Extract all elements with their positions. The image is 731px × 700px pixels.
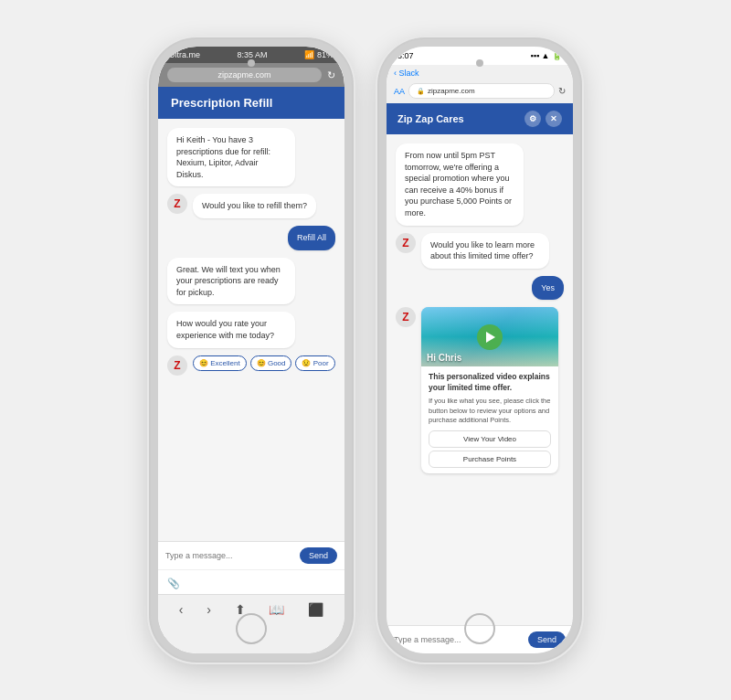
message-row-5: How would you rate your experience with … bbox=[167, 312, 335, 347]
offer-msg-row: Z Would you like to learn more about thi… bbox=[396, 233, 564, 269]
send-button-2[interactable]: Send bbox=[528, 631, 566, 648]
chat-header-2: Zip Zap Cares ⚙ ✕ bbox=[387, 103, 573, 134]
input-bar-2: Send bbox=[387, 625, 573, 653]
aa-label[interactable]: AA bbox=[394, 87, 405, 96]
view-video-btn[interactable]: View Your Video bbox=[429, 430, 551, 448]
phone1: Ultra.me 8:35 AM 📶 81% zipzapme.com ↻ Pr… bbox=[151, 39, 352, 661]
url-field-1[interactable]: zipzapme.com bbox=[167, 68, 322, 82]
svg-text:Z: Z bbox=[174, 197, 180, 210]
bottom-nav-1: ‹ › ⬆ 📖 ⬛ bbox=[158, 594, 344, 653]
excellent-btn[interactable]: 😊 Excellent bbox=[193, 355, 247, 371]
play-button[interactable] bbox=[477, 324, 503, 350]
send-button-1[interactable]: Send bbox=[300, 547, 337, 564]
forward-nav-btn[interactable]: › bbox=[207, 602, 211, 617]
bubble-5: How would you rate your experience with … bbox=[167, 312, 295, 347]
attachment-bar: 📎 bbox=[158, 569, 344, 594]
url-bar-2b: AA 🔒 zipzapme.com ↻ bbox=[387, 81, 573, 103]
refresh-icon-2[interactable]: ↻ bbox=[558, 86, 566, 96]
bot-avatar-3: Z bbox=[396, 233, 416, 253]
back-nav-btn[interactable]: ‹ bbox=[179, 602, 184, 617]
bubble-2: Would you like to refill them? bbox=[193, 194, 316, 218]
attachment-icon[interactable]: 📎 bbox=[167, 578, 180, 589]
refill-btn[interactable]: Refill All bbox=[288, 226, 335, 250]
promo-bubble: From now until 5pm PST tomorrow, we're o… bbox=[396, 143, 524, 226]
video-card: Hi Chris This personalized video explain… bbox=[421, 307, 558, 472]
status-icons: 📶 81% bbox=[304, 50, 334, 59]
video-card-title: This personalized video explains your li… bbox=[429, 372, 551, 394]
signal-icons-2: ▪▪▪ ▲ 🔋 bbox=[531, 51, 562, 60]
input-bar-1: Send bbox=[158, 541, 344, 569]
yes-msg-row: Yes bbox=[396, 276, 564, 301]
chat-header-1: Prescription Refill bbox=[158, 87, 344, 119]
header-icon-group: ⚙ ✕ bbox=[524, 111, 562, 127]
bot-avatar-1: Z bbox=[167, 194, 187, 214]
poor-btn[interactable]: 😟 Poor bbox=[295, 355, 334, 371]
url-bar-1: zipzapme.com ↻ bbox=[158, 63, 344, 87]
refresh-icon-1[interactable]: ↻ bbox=[327, 69, 335, 81]
carrier-label: Ultra.me bbox=[169, 50, 200, 59]
status-bar-1: Ultra.me 8:35 AM 📶 81% bbox=[158, 47, 344, 63]
good-btn[interactable]: 😊 Good bbox=[250, 355, 292, 371]
message-input-2[interactable] bbox=[394, 635, 523, 644]
tabs-nav-btn[interactable]: ⬛ bbox=[308, 602, 323, 617]
message-row-1: Hi Keith - You have 3 prescriptions due … bbox=[167, 128, 335, 186]
video-card-body: This personalized video explains your li… bbox=[421, 366, 558, 472]
bookmarks-nav-btn[interactable]: 📖 bbox=[269, 602, 284, 617]
rating-row: Z 😊 Excellent 😊 Good 😟 Poor bbox=[167, 355, 335, 376]
bubble-4: Great. We will text you when your prescr… bbox=[167, 258, 295, 305]
message-row-4: Great. We will text you when your prescr… bbox=[167, 258, 335, 305]
message-row-3: Refill All bbox=[167, 226, 335, 250]
message-input-1[interactable] bbox=[165, 551, 294, 560]
battery-label: 81% bbox=[317, 50, 334, 59]
svg-text:Z: Z bbox=[402, 311, 408, 323]
url-field-2[interactable]: 🔒 zipzapme.com bbox=[408, 83, 555, 99]
video-card-row: Z Hi Chris This personalized video expla… bbox=[396, 307, 564, 472]
lock-icon: 🔒 bbox=[417, 88, 425, 95]
url-bar-2: ‹ Slack bbox=[387, 65, 573, 81]
bot-avatar-2: Z bbox=[167, 355, 187, 376]
message-row-2: Z Would you like to refill them? bbox=[167, 194, 335, 218]
status-bar-2: 3:07 ▪▪▪ ▲ 🔋 bbox=[387, 47, 573, 65]
promo-msg-row: From now until 5pm PST tomorrow, we're o… bbox=[396, 143, 564, 226]
settings-icon-btn[interactable]: ⚙ bbox=[524, 111, 541, 127]
offer-bubble: Would you like to learn more about this … bbox=[421, 233, 549, 269]
video-overlay-text: Hi Chris bbox=[427, 353, 461, 363]
svg-text:Z: Z bbox=[174, 359, 180, 372]
chat-messages-1: Hi Keith - You have 3 prescriptions due … bbox=[158, 119, 344, 541]
video-thumbnail[interactable]: Hi Chris bbox=[421, 307, 558, 366]
time-label-2: 3:07 bbox=[397, 51, 414, 60]
close-icon-btn[interactable]: ✕ bbox=[546, 111, 562, 127]
time-label: 8:35 AM bbox=[237, 50, 267, 59]
bubble-1: Hi Keith - You have 3 prescriptions due … bbox=[167, 128, 295, 186]
back-label[interactable]: ‹ Slack bbox=[394, 69, 419, 78]
svg-text:Z: Z bbox=[402, 237, 408, 249]
rating-buttons: 😊 Excellent 😊 Good 😟 Poor bbox=[193, 355, 335, 371]
purchase-points-btn[interactable]: Purchase Points bbox=[429, 451, 551, 468]
video-card-desc: If you like what you see, please click t… bbox=[429, 397, 551, 426]
phone2: 3:07 ▪▪▪ ▲ 🔋 ‹ Slack AA 🔒 zipzapme.com ↻… bbox=[379, 39, 580, 661]
bluetooth-icon: 📶 bbox=[304, 50, 314, 59]
chat-messages-2: From now until 5pm PST tomorrow, we're o… bbox=[387, 134, 573, 625]
yes-bubble[interactable]: Yes bbox=[532, 276, 564, 301]
bot-avatar-4: Z bbox=[396, 307, 416, 327]
share-nav-btn[interactable]: ⬆ bbox=[235, 602, 246, 617]
